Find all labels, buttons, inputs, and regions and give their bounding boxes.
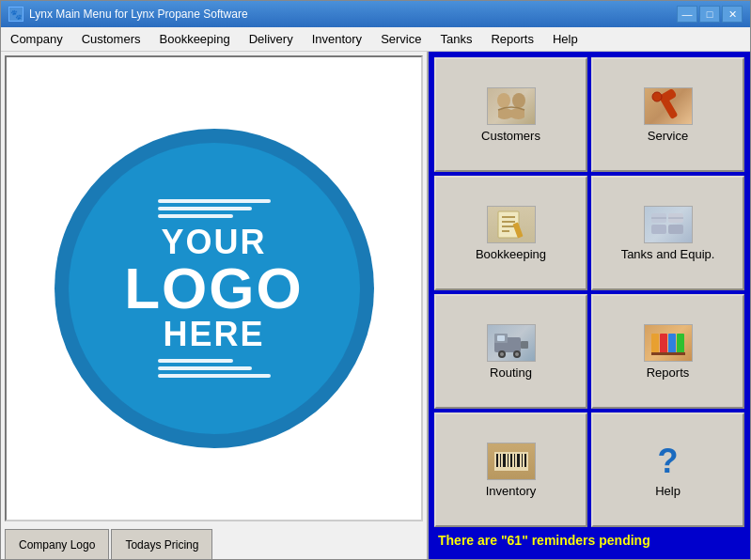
inventory-icon [487, 443, 536, 480]
svg-point-1 [512, 93, 525, 108]
menu-service[interactable]: Service [371, 27, 430, 51]
svg-rect-36 [514, 454, 515, 467]
help-label: Help [655, 484, 681, 498]
svg-rect-14 [668, 225, 683, 234]
menu-company[interactable]: Company [1, 27, 72, 51]
logo-line-4 [158, 359, 233, 363]
service-button[interactable]: Service [591, 57, 744, 172]
logo-line-1 [158, 199, 271, 203]
title-bar: 🐾 Lynx Main Menu for Lynx Propane Softwa… [1, 1, 750, 27]
svg-rect-33 [503, 454, 506, 467]
routing-button[interactable]: Routing [434, 294, 587, 409]
help-icon: ? [646, 443, 691, 480]
main-window: 🐾 Lynx Main Menu for Lynx Propane Softwa… [0, 0, 751, 560]
svg-point-4 [652, 92, 662, 101]
right-panel: Customers Service [429, 52, 750, 559]
svg-rect-37 [517, 454, 520, 467]
svg-rect-34 [508, 454, 508, 467]
reminders-bar: There are "61" reminders pending [434, 527, 744, 553]
svg-point-23 [515, 352, 519, 356]
inventory-label: Inventory [486, 484, 536, 498]
reports-button[interactable]: Reports [591, 294, 744, 409]
logo-container: YOUR LOGO HERE [5, 55, 423, 521]
svg-rect-28 [677, 334, 684, 354]
logo-bottom-tabs: Company Logo Todays Pricing [1, 525, 427, 559]
reports-label: Reports [647, 366, 690, 380]
logo-panel: YOUR LOGO HERE Company Logo [1, 52, 429, 559]
logo-text-here: HERE [163, 318, 264, 351]
menu-bar: Company Customers Bookkeeping Delivery I… [1, 27, 750, 52]
menu-help[interactable]: Help [543, 27, 587, 51]
logo-line-2 [158, 207, 252, 210]
logo-line-6 [158, 374, 271, 378]
svg-rect-29 [651, 352, 685, 355]
app-icon: 🐾 [8, 7, 23, 22]
logo-top-lines [158, 199, 271, 218]
grid-buttons: Customers Service [434, 57, 744, 527]
reports-icon [644, 324, 693, 362]
tanks-label: Tanks and Equip. [621, 247, 715, 261]
svg-rect-39 [524, 454, 526, 467]
svg-point-0 [497, 93, 510, 108]
content-area: YOUR LOGO HERE Company Logo [1, 52, 750, 559]
svg-rect-35 [510, 454, 512, 467]
menu-tanks[interactable]: Tanks [430, 27, 481, 51]
routing-icon [487, 324, 536, 362]
logo-circle-inner: YOUR LOGO HERE [69, 143, 360, 434]
menu-reports[interactable]: Reports [481, 27, 543, 51]
logo-bottom-lines [158, 359, 271, 378]
svg-rect-26 [660, 334, 667, 354]
logo-line-3 [158, 214, 233, 218]
tanks-button[interactable]: Tanks and Equip. [591, 176, 744, 290]
svg-rect-32 [500, 454, 501, 467]
service-label: Service [648, 129, 688, 143]
minimize-button[interactable]: — [677, 6, 697, 23]
bookkeeping-label: Bookkeeping [476, 247, 546, 261]
customers-label: Customers [481, 129, 540, 143]
title-bar-controls: — □ ✕ [677, 6, 743, 23]
svg-rect-19 [497, 335, 505, 341]
service-icon [644, 87, 693, 125]
svg-rect-31 [496, 454, 498, 467]
window-title: Lynx Main Menu for Lynx Propane Software [29, 8, 248, 21]
inventory-button[interactable]: Inventory [434, 412, 587, 527]
todays-pricing-tab[interactable]: Todays Pricing [111, 529, 212, 559]
maximize-button[interactable]: □ [699, 6, 720, 23]
svg-rect-24 [521, 341, 528, 349]
svg-rect-27 [668, 334, 676, 354]
logo-text-logo: LOGO [124, 259, 304, 318]
logo-line-5 [158, 366, 252, 370]
reminders-text: There are "61" reminders pending [438, 533, 650, 548]
svg-rect-38 [522, 454, 523, 467]
bookkeeping-icon [487, 206, 536, 243]
customers-icon [487, 87, 536, 125]
company-logo-tab[interactable]: Company Logo [5, 529, 109, 559]
logo-circle-outer: YOUR LOGO HERE [55, 129, 374, 448]
bookkeeping-button[interactable]: Bookkeeping [434, 176, 587, 290]
menu-bookkeeping[interactable]: Bookkeeping [150, 27, 240, 51]
help-button[interactable]: ? Help [591, 412, 744, 527]
svg-rect-25 [651, 334, 659, 354]
menu-customers[interactable]: Customers [72, 27, 150, 51]
close-button[interactable]: ✕ [722, 6, 743, 23]
logo-text-your: YOUR [161, 226, 266, 259]
menu-delivery[interactable]: Delivery [240, 27, 303, 51]
svg-rect-12 [651, 225, 666, 234]
customers-button[interactable]: Customers [434, 57, 587, 172]
routing-label: Routing [490, 366, 532, 380]
title-bar-left: 🐾 Lynx Main Menu for Lynx Propane Softwa… [8, 7, 248, 22]
svg-point-21 [500, 352, 504, 356]
menu-inventory[interactable]: Inventory [303, 27, 371, 51]
tanks-icon [644, 206, 693, 243]
